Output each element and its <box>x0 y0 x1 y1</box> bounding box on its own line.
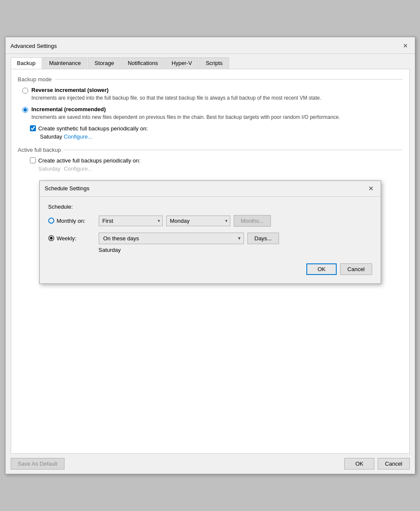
dialog-close-button[interactable]: ✕ <box>367 184 376 193</box>
weekly-schedule-row: Weekly: On these days Every day Weekdays… <box>48 233 372 244</box>
dialog-ok-button[interactable]: OK <box>306 263 337 275</box>
dialog-cancel-button[interactable]: Cancel <box>340 263 372 275</box>
monthly-schedule-row: Monthly on: First Second Third Fourth La… <box>48 215 372 227</box>
reverse-incremental-desc: Increments are injected into the full ba… <box>32 95 321 102</box>
tab-notifications[interactable]: Notifications <box>121 57 164 69</box>
active-full-backup-row: Create active full backups periodically … <box>30 157 402 164</box>
synthetic-full-label: Create synthetic full backups periodical… <box>38 125 148 132</box>
main-ok-button[interactable]: OK <box>344 458 374 470</box>
active-full-backup-section-label: Active full backup <box>18 147 402 153</box>
weekly-radio-inner <box>50 237 53 239</box>
save-as-default-button[interactable]: Save As Default <box>11 458 65 470</box>
monthly-radio-inner <box>50 219 53 222</box>
backup-mode-section-label: Backup mode <box>18 76 402 83</box>
synthetic-full-row: Create synthetic full backups periodical… <box>30 125 402 132</box>
synthetic-full-checkbox[interactable] <box>30 125 36 131</box>
first-dropdown[interactable]: First Second Third Fourth Last <box>99 216 163 226</box>
weekly-dropdown-wrapper: On these days Every day Weekdays Weekend… <box>99 233 244 244</box>
reverse-incremental-radio[interactable] <box>22 88 28 94</box>
monthly-label: Monthly on: <box>57 218 85 224</box>
incremental-radio[interactable] <box>22 107 28 113</box>
dialog-footer: OK Cancel <box>48 260 372 275</box>
active-configure-link: Configure... <box>64 165 92 172</box>
schedule-label: Schedule: <box>48 204 372 210</box>
incremental-content: Incremental (recommended) Increments are… <box>32 106 340 121</box>
first-dropdown-wrapper: First Second Third Fourth Last <box>99 216 163 226</box>
main-cancel-button[interactable]: Cancel <box>378 458 409 470</box>
monthly-label-group: Monthly on: <box>48 218 95 224</box>
reverse-incremental-label: Reverse incremental (slower) <box>32 87 321 93</box>
bottom-right-buttons: OK Cancel <box>344 458 409 470</box>
tab-hyperv[interactable]: Hyper-V <box>165 57 199 69</box>
schedule-settings-dialog: Schedule Settings ✕ Schedule: Monthly on… <box>39 180 381 284</box>
incremental-label: Incremental (recommended) <box>32 106 340 112</box>
dialog-body: Schedule: Monthly on: First Se <box>40 197 381 284</box>
dialog-title: Schedule Settings <box>45 185 90 192</box>
tab-maintenance[interactable]: Maintenance <box>43 57 87 69</box>
synthetic-saturday-text: Saturday <box>40 133 62 140</box>
synthetic-full-day-row: Saturday Configure... <box>38 133 402 140</box>
weekly-days-dropdown[interactable]: On these days Every day Weekdays Weekend… <box>99 233 244 244</box>
title-bar: Advanced Settings ✕ <box>6 37 415 54</box>
incremental-option: Incremental (recommended) Increments are… <box>22 106 402 121</box>
bottom-bar: Save As Default OK Cancel <box>6 454 415 474</box>
active-full-day-row: Saturday Configure... <box>38 165 402 172</box>
weekly-saturday-text: Saturday <box>99 247 372 253</box>
content-area: Backup mode Reverse incremental (slower)… <box>11 69 410 454</box>
reverse-incremental-option: Reverse incremental (slower) Increments … <box>22 87 402 102</box>
months-button[interactable]: Months... <box>234 215 271 227</box>
day-dropdown-wrapper: Monday Tuesday Wednesday Thursday Friday… <box>166 216 230 226</box>
dialog-overlay: Schedule Settings ✕ Schedule: Monthly on… <box>18 180 402 284</box>
weekly-label-group: Weekly: <box>48 235 95 242</box>
weekly-label: Weekly: <box>57 235 76 242</box>
active-full-backup-checkbox[interactable] <box>30 157 36 163</box>
day-dropdown[interactable]: Monday Tuesday Wednesday Thursday Friday… <box>166 216 230 226</box>
incremental-desc: Increments are saved into new files depe… <box>32 114 340 121</box>
window-close-button[interactable]: ✕ <box>401 41 410 50</box>
days-button[interactable]: Days... <box>247 233 279 244</box>
active-saturday-text: Saturday <box>38 165 61 172</box>
monthly-radio[interactable] <box>48 218 54 224</box>
dialog-title-bar: Schedule Settings ✕ <box>40 181 381 197</box>
main-window: Advanced Settings ✕ Backup Maintenance S… <box>5 37 415 474</box>
tab-backup[interactable]: Backup <box>11 57 42 69</box>
tab-scripts[interactable]: Scripts <box>199 57 229 69</box>
reverse-incremental-content: Reverse incremental (slower) Increments … <box>32 87 321 102</box>
weekly-radio[interactable] <box>48 235 54 241</box>
active-full-backup-label: Create active full backups periodically … <box>38 157 141 164</box>
tab-storage[interactable]: Storage <box>88 57 120 69</box>
tab-bar: Backup Maintenance Storage Notifications… <box>6 54 415 69</box>
synthetic-configure-link[interactable]: Configure... <box>64 133 92 140</box>
window-title: Advanced Settings <box>11 43 57 49</box>
